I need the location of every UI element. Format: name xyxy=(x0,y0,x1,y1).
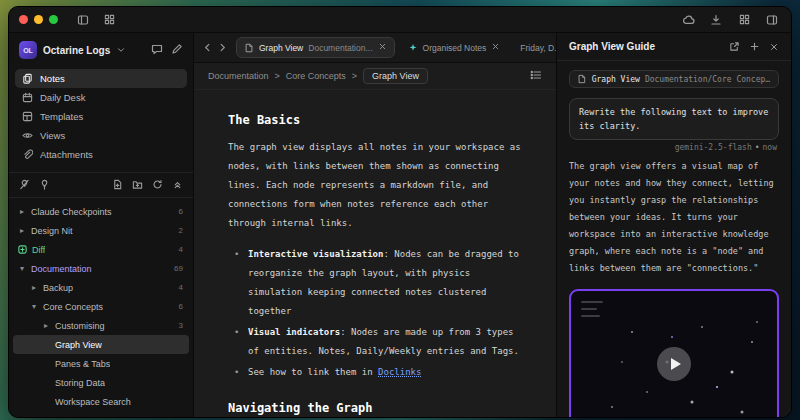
tree-item-daily-desk[interactable]: Daily Desk xyxy=(13,411,189,417)
assistant-response: The graph view offers a visual map of yo… xyxy=(569,158,779,277)
item-count: 6 xyxy=(179,302,183,311)
new-folder-icon[interactable] xyxy=(132,176,143,194)
sidebar-item-templates[interactable]: Templates xyxy=(15,107,187,126)
chevron-right-icon xyxy=(17,417,27,418)
assistant-header: Graph View Guide xyxy=(557,33,791,61)
message-meta: gemini-2.5-flash•now xyxy=(571,143,777,152)
tree-item-diff[interactable]: Diff 4 xyxy=(13,240,189,259)
bullet-item: See how to link them in Doclinks xyxy=(232,363,526,382)
panel-right-icon[interactable] xyxy=(763,11,781,29)
tree-item-storing-data[interactable]: Storing Data xyxy=(13,373,189,392)
sidebar-item-views[interactable]: Views xyxy=(15,126,187,145)
file-icon xyxy=(577,74,587,84)
feedback-icon[interactable] xyxy=(151,41,163,59)
tab-close-icon[interactable] xyxy=(491,42,500,53)
apps-grid-icon[interactable] xyxy=(100,11,118,29)
traffic-lights xyxy=(19,15,58,24)
titlebar-right-actions xyxy=(679,11,781,29)
open-in-new-icon[interactable] xyxy=(729,38,740,56)
tree-item-documentation[interactable]: Documentation 69 xyxy=(13,259,189,278)
tree-item-customising[interactable]: Customising 3 xyxy=(13,316,189,335)
close-window-button[interactable] xyxy=(19,15,28,24)
breadcrumb-item[interactable]: Core Concepts xyxy=(286,71,346,81)
nav-label: Notes xyxy=(40,73,65,84)
nav-label: Views xyxy=(40,130,65,141)
tree-item-backup[interactable]: Backup 4 xyxy=(13,278,189,297)
file-icon xyxy=(244,43,254,53)
cloud-icon[interactable] xyxy=(679,11,697,29)
views-icon xyxy=(22,130,33,141)
history-forward-icon[interactable] xyxy=(217,39,228,57)
chevron-down-icon xyxy=(17,265,27,273)
new-note-icon[interactable] xyxy=(112,176,123,194)
minimize-window-button[interactable] xyxy=(34,15,43,24)
collapse-all-icon[interactable] xyxy=(172,176,183,194)
tree-item-core-concepts[interactable]: Core Concepts 6 xyxy=(13,297,189,316)
pin-off-icon[interactable] xyxy=(19,176,30,194)
close-panel-icon[interactable] xyxy=(769,38,779,56)
item-count: 6 xyxy=(179,207,183,216)
play-button[interactable] xyxy=(657,347,691,381)
item-count: 4 xyxy=(179,245,183,254)
sidebar-item-attachments[interactable]: Attachments xyxy=(15,145,187,164)
doclinks-link[interactable]: Doclinks xyxy=(378,367,421,377)
history-back-icon[interactable] xyxy=(202,39,213,57)
paperclip-icon xyxy=(22,149,33,160)
chevron-right-icon xyxy=(29,284,39,292)
new-chat-icon[interactable] xyxy=(749,38,760,56)
tab-organised-notes[interactable]: Organised Notes xyxy=(401,37,508,58)
video-preview[interactable] xyxy=(569,289,779,417)
bullet-list: Interactive visualization: Nodes can be … xyxy=(232,245,526,382)
bullet-item: Interactive visualization: Nodes can be … xyxy=(232,245,526,321)
app-window: OL Octarine Logs Notes Daily xyxy=(8,6,792,418)
tree-item-workspace-search[interactable]: Workspace Search xyxy=(13,392,189,411)
grid-icon[interactable] xyxy=(735,11,753,29)
notes-icon xyxy=(22,73,33,84)
nav-label: Attachments xyxy=(40,149,93,160)
tree-item-panes-tabs[interactable]: Panes & Tabs xyxy=(13,354,189,373)
sidebar-item-daily-desk[interactable]: Daily Desk xyxy=(15,88,187,107)
sparkle-icon xyxy=(408,43,418,53)
pin-icon[interactable] xyxy=(39,176,50,194)
sidebar-toolbar xyxy=(9,172,193,198)
outline-icon[interactable] xyxy=(530,69,542,83)
sidebar-item-notes[interactable]: Notes xyxy=(15,69,187,88)
download-icon[interactable] xyxy=(707,11,725,29)
user-prompt-bubble: Rewrite the following text to improve it… xyxy=(569,98,779,140)
tree-item-claude-checkpoints[interactable]: Claude Checkpoints 6 xyxy=(13,202,189,221)
paragraph: The graph view displays all notes in you… xyxy=(228,138,526,233)
tab-close-icon[interactable] xyxy=(378,42,387,53)
folder-tree: Claude Checkpoints 6 Design Nit 2 Diff 4 xyxy=(9,198,193,417)
item-count: 3 xyxy=(179,321,183,330)
desktop-background: OL Octarine Logs Notes Daily xyxy=(0,0,800,420)
tree-item-graph-view[interactable]: Graph View xyxy=(13,335,189,354)
item-count: 69 xyxy=(174,264,183,273)
note-editor[interactable]: The Basics The graph view displays all n… xyxy=(194,90,556,417)
graph-dots xyxy=(571,291,573,293)
tab-path: Documentation... xyxy=(308,43,372,53)
main-pane: Graph View Documentation... Organised No… xyxy=(194,33,556,417)
assistant-body: Graph View Documentation/Core Concepts R… xyxy=(557,61,791,417)
context-chip[interactable]: Graph View Documentation/Core Concepts xyxy=(569,70,779,88)
chevron-down-icon xyxy=(116,45,126,55)
workspace-switcher[interactable]: OL Octarine Logs xyxy=(9,33,193,67)
refresh-icon[interactable] xyxy=(152,176,163,194)
workspace-logo: OL xyxy=(19,41,37,59)
nav-label: Templates xyxy=(40,111,83,122)
timestamp: now xyxy=(763,143,777,152)
tab-title: Graph View xyxy=(259,43,303,53)
tree-item-design-nit[interactable]: Design Nit 2 xyxy=(13,221,189,240)
edit-icon[interactable] xyxy=(171,41,183,59)
tab-title: Organised Notes xyxy=(423,43,487,53)
zoom-window-button[interactable] xyxy=(49,15,58,24)
breadcrumb-item[interactable]: Documentation xyxy=(208,71,269,81)
breadcrumb: Documentation > Core Concepts > Graph Vi… xyxy=(194,63,556,90)
tab-graph-view[interactable]: Graph View Documentation... xyxy=(236,37,395,58)
note-title-field[interactable]: Graph View xyxy=(363,68,428,84)
tab-friday-daily[interactable]: Friday, D... xyxy=(513,37,556,58)
git-diff-icon xyxy=(17,244,28,255)
panel-left-icon[interactable] xyxy=(74,11,92,29)
breadcrumb-separator: > xyxy=(275,71,280,81)
chevron-right-icon xyxy=(17,227,27,235)
section-heading: The Basics xyxy=(228,110,526,130)
